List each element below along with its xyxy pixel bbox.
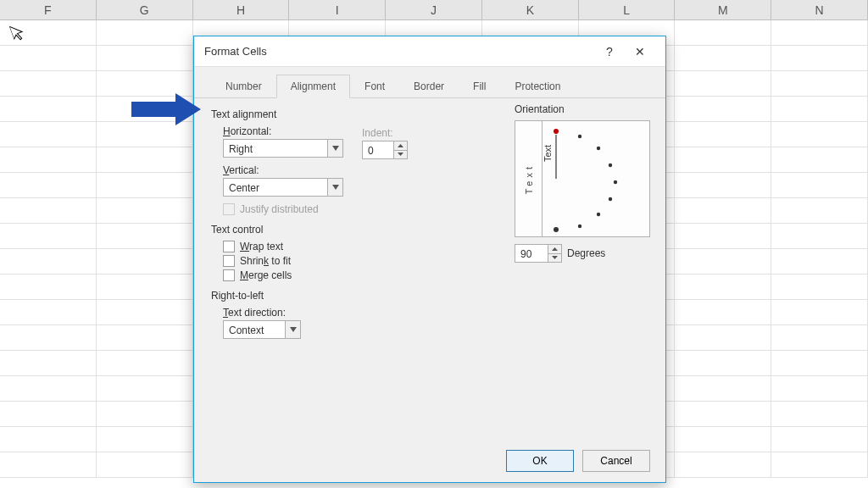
orientation-dial[interactable]: Text — [542, 121, 649, 236]
cell[interactable] — [675, 249, 771, 274]
cell[interactable] — [675, 122, 771, 147]
col-header[interactable]: M — [675, 0, 771, 19]
cell[interactable] — [97, 71, 193, 96]
cell[interactable] — [771, 325, 868, 350]
cell[interactable] — [0, 325, 97, 350]
cell[interactable] — [97, 402, 193, 426]
cell[interactable] — [0, 173, 97, 197]
cell[interactable] — [771, 224, 868, 248]
cell[interactable] — [0, 147, 97, 172]
cell[interactable] — [675, 274, 771, 299]
merge-cells-checkbox[interactable] — [223, 269, 235, 281]
tab-font[interactable]: Font — [350, 75, 399, 98]
chevron-down-icon[interactable] — [327, 179, 342, 196]
col-header[interactable]: J — [386, 0, 482, 19]
cell[interactable] — [771, 71, 868, 96]
cell[interactable] — [0, 46, 97, 70]
cell[interactable] — [771, 376, 868, 401]
titlebar[interactable]: Format Cells ? ✕ — [194, 36, 665, 67]
cell[interactable] — [97, 300, 193, 324]
cell[interactable] — [675, 427, 771, 452]
cell[interactable] — [771, 147, 868, 172]
cell[interactable] — [771, 452, 868, 477]
cell[interactable] — [97, 376, 193, 401]
cell[interactable] — [771, 198, 868, 223]
cell[interactable] — [0, 402, 97, 426]
cell[interactable] — [675, 71, 771, 96]
cell[interactable] — [771, 173, 868, 197]
cell[interactable] — [0, 427, 97, 452]
cell[interactable] — [675, 173, 771, 197]
cell[interactable] — [675, 224, 771, 248]
cell[interactable] — [0, 376, 97, 401]
cell[interactable] — [0, 351, 97, 375]
cell[interactable] — [0, 224, 97, 248]
cell[interactable] — [675, 351, 771, 375]
cell[interactable] — [0, 249, 97, 274]
cell[interactable] — [0, 97, 97, 121]
tab-border[interactable]: Border — [399, 75, 459, 98]
cell[interactable] — [675, 20, 771, 45]
shrink-to-fit-checkbox[interactable] — [223, 255, 235, 267]
cell[interactable] — [675, 300, 771, 324]
cell[interactable] — [771, 274, 868, 299]
cell[interactable] — [771, 97, 868, 121]
cell[interactable] — [97, 325, 193, 350]
chevron-down-icon[interactable] — [285, 321, 300, 338]
spinner-down-icon[interactable] — [394, 150, 407, 159]
help-button[interactable]: ? — [594, 36, 625, 67]
cell[interactable] — [97, 122, 193, 147]
col-header[interactable]: H — [193, 0, 290, 19]
cell[interactable] — [771, 427, 868, 452]
cell[interactable] — [97, 46, 193, 70]
text-direction-select[interactable]: Context — [223, 320, 301, 339]
cell[interactable] — [675, 325, 771, 350]
col-header[interactable]: I — [289, 0, 386, 19]
cell[interactable] — [0, 71, 97, 96]
cell[interactable] — [97, 452, 193, 477]
cell[interactable] — [675, 147, 771, 172]
cell[interactable] — [0, 198, 97, 223]
spinner-up-icon[interactable] — [548, 245, 561, 253]
orientation-vertical-button[interactable]: Text — [515, 121, 542, 236]
cell[interactable] — [675, 376, 771, 401]
cell[interactable] — [771, 249, 868, 274]
col-header[interactable]: L — [579, 0, 676, 19]
cell[interactable] — [675, 402, 771, 426]
ok-button[interactable]: OK — [506, 450, 574, 472]
chevron-down-icon[interactable] — [327, 140, 342, 157]
indent-spinner[interactable]: 0 — [362, 141, 408, 159]
cell[interactable] — [97, 249, 193, 274]
cell[interactable] — [675, 452, 771, 477]
cell[interactable] — [97, 147, 193, 172]
cell[interactable] — [771, 351, 868, 375]
spinner-down-icon[interactable] — [548, 253, 561, 263]
cell[interactable] — [97, 224, 193, 248]
cancel-button[interactable]: Cancel — [582, 450, 650, 472]
col-header[interactable]: G — [97, 0, 193, 19]
tab-alignment[interactable]: Alignment — [276, 75, 350, 98]
orientation-preview[interactable]: Text — [515, 120, 650, 237]
vertical-select[interactable]: Center — [223, 178, 343, 197]
spinner-up-icon[interactable] — [394, 141, 407, 150]
tab-protection[interactable]: Protection — [500, 75, 575, 98]
close-button[interactable]: ✕ — [625, 36, 655, 67]
cell[interactable] — [771, 122, 868, 147]
cell[interactable] — [97, 274, 193, 299]
cell[interactable] — [675, 198, 771, 223]
cell[interactable] — [771, 20, 868, 45]
cell[interactable] — [771, 46, 868, 70]
horizontal-select[interactable]: Right — [223, 139, 343, 158]
tab-number[interactable]: Number — [211, 75, 276, 98]
col-header[interactable]: N — [771, 0, 868, 19]
tab-fill[interactable]: Fill — [459, 75, 500, 98]
cell[interactable] — [771, 402, 868, 426]
cell[interactable] — [97, 20, 193, 45]
wrap-text-checkbox[interactable] — [223, 241, 235, 252]
col-header[interactable]: K — [482, 0, 579, 19]
cell[interactable] — [97, 198, 193, 223]
cell[interactable] — [0, 300, 97, 324]
cell[interactable] — [0, 122, 97, 147]
cell[interactable] — [97, 351, 193, 375]
cell[interactable] — [675, 46, 771, 70]
